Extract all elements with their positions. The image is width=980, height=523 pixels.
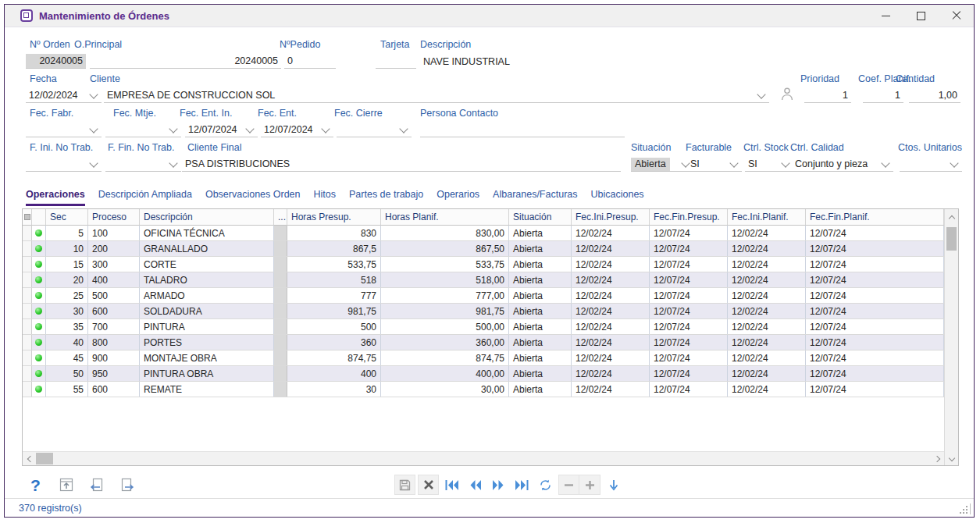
remove-row-button[interactable] [558,475,579,495]
o-principal-field[interactable]: 20240005 [90,54,281,69]
contact-person-icon[interactable] [779,86,795,101]
scroll-right-button[interactable] [931,452,944,465]
fec-fabr-field[interactable] [26,123,102,137]
fec-cierre-field[interactable] [337,123,412,137]
tab-partes-de-trabajo[interactable]: Partes de trabajo [349,189,423,206]
ctrl-stock-field[interactable]: SI [745,157,793,172]
export-document-icon [119,476,136,493]
horizontal-scroll-thumb[interactable] [36,453,53,464]
column-header-sec[interactable]: Sec [46,209,88,226]
fec-ent-field[interactable]: 12/07/2024 [261,123,333,137]
facturable-dropdown-icon[interactable] [729,158,738,167]
resize-grip-icon[interactable] [957,504,968,514]
tab-operaciones[interactable]: Operaciones [26,189,85,206]
go-to-last-button[interactable] [603,475,624,495]
descripcion-field[interactable]: NAVE INDUSTRIAL [420,54,779,69]
column-header-proceso[interactable]: Proceso [88,209,140,226]
close-button[interactable] [939,5,974,27]
fec-ent-dropdown-icon[interactable] [321,124,330,133]
table-row[interactable]: 45900MONTAJE OBRA874,75874,75Abierta12/0… [23,350,944,366]
vertical-scroll-thumb[interactable] [946,227,957,251]
table-row[interactable]: 10200GRANALLADO867,5867,50Abierta12/02/2… [23,241,944,257]
cell-horas-planif: 400,00 [381,366,509,381]
table-row[interactable]: 55600REMATE3030,00Abierta12/02/2412/07/2… [23,382,944,397]
ctrl-calidad-field[interactable]: Conjunto y pieza [792,157,893,172]
tab-observaciones-orden[interactable]: Observaciones Orden [205,189,301,206]
minimize-button[interactable] [868,5,903,27]
status-ok-icon [35,229,42,237]
ctos-unitarios-field[interactable] [900,157,962,172]
tab-ubicaciones[interactable]: Ubicaciones [591,189,644,206]
cliente-final-field[interactable]: PSA DISTRIBUCIONES [182,157,621,172]
import-document-button[interactable] [86,475,107,495]
facturable-field[interactable]: SI [687,157,742,172]
select-all-header[interactable] [23,209,32,226]
column-header-fec-ini-presup[interactable]: Fec.Ini.Presup. [572,209,650,226]
vertical-scrollbar[interactable] [944,209,958,465]
tab-descripci-n-ampliada[interactable]: Descripción Ampliada [98,189,192,206]
table-row[interactable]: 50950PINTURA OBRA400400,00Abierta12/02/2… [23,366,944,382]
tab-albaranes-facturas[interactable]: Albaranes/Facturas [493,189,577,206]
column-header-fec-fin-planif[interactable]: Fec.Fin.Planif. [806,209,944,226]
fecha-field[interactable]: 12/02/2024 [26,88,102,103]
num-pedido-field[interactable]: 0 [284,54,336,69]
export-document-button[interactable] [116,475,137,495]
table-row[interactable]: 30600SOLDADURA981,75981,75Abierta12/02/2… [23,304,944,319]
maximize-button[interactable] [903,5,939,27]
cantidad-field[interactable]: 1,00 [909,88,960,103]
table-row[interactable]: 40800PORTES360360,00Abierta12/02/2412/07… [23,335,944,350]
num-orden-field[interactable]: 20240005 [26,54,86,69]
first-record-button[interactable] [441,475,462,495]
add-row-button[interactable] [579,475,600,495]
persona-contacto-field[interactable] [420,123,625,137]
f-ini-no-trab-field[interactable] [26,157,102,172]
previous-record-button[interactable] [465,475,486,495]
tarjeta-field[interactable] [376,54,416,69]
fec-ent-in-dropdown-icon[interactable] [245,124,254,133]
refresh-button[interactable] [535,475,556,495]
cancel-button[interactable] [418,475,439,495]
column-header-horas-presup[interactable]: Horas Presup. [287,209,381,226]
row-detail-cell [274,272,287,287]
cliente-field[interactable]: EMPRESA DE CONSTRUCCION SOL [104,88,769,103]
table-row[interactable]: 35700PINTURA500500,00Abierta12/02/2412/0… [23,319,944,335]
last-record-button[interactable] [511,475,533,495]
tab-operarios[interactable]: Operarios [437,189,479,206]
ctrl-calidad-dropdown-icon[interactable] [881,158,889,167]
scroll-up-button[interactable] [945,209,958,226]
fec-ent-in-field[interactable]: 12/07/2024 [185,123,258,137]
fec-mtje-dropdown-icon[interactable] [169,124,177,133]
cliente-dropdown-icon[interactable] [757,90,765,98]
help-button[interactable]: ? [25,475,46,495]
next-record-button[interactable] [488,475,509,495]
f-ini-no-trab-dropdown-icon[interactable] [89,158,98,167]
coef-planif-field[interactable]: 1 [863,88,903,103]
cell-fec-ini-presup: 12/02/24 [572,241,650,256]
table-row[interactable]: 5100OFICINA TÉCNICA830830,00Abierta12/02… [23,226,944,241]
column-header-descripcion[interactable]: Descripción [140,209,274,226]
column-header-fec-ini-planif[interactable]: Fec.Ini.Planif. [728,209,806,226]
f-fin-no-trab-dropdown-icon[interactable] [169,158,177,167]
horizontal-scrollbar[interactable] [23,451,944,465]
table-row[interactable]: 15300CORTE533,75533,75Abierta12/02/2412/… [23,257,944,272]
fec-mtje-field[interactable] [105,123,181,137]
column-header-horas-planif[interactable]: Horas Planif. [381,209,509,226]
fec-fabr-dropdown-icon[interactable] [89,124,98,133]
fec-cierre-dropdown-icon[interactable] [399,124,408,133]
column-header-situacion[interactable]: Situación [509,209,572,226]
ctos-unitarios-dropdown-icon[interactable] [950,158,958,167]
table-row[interactable]: 25500ARMADO777777,00Abierta12/02/2412/07… [23,288,944,304]
situacion-field[interactable]: Abierta [631,157,693,172]
tab-hitos[interactable]: Hitos [314,189,336,206]
column-header-fec-fin-presup[interactable]: Fec.Fin.Presup. [650,209,728,226]
prioridad-field[interactable]: 1 [804,88,851,103]
f-fin-no-trab-field[interactable] [105,157,181,172]
save-button[interactable] [394,475,415,495]
scroll-down-button[interactable] [945,452,958,465]
fecha-dropdown-icon[interactable] [89,90,98,98]
ctrl-stock-dropdown-icon[interactable] [781,158,789,167]
column-header--dots[interactable]: ... [274,209,287,226]
export-window-button[interactable] [55,475,77,495]
table-row[interactable]: 20400TALADRO518518,00Abierta12/02/2412/0… [23,272,944,288]
scroll-left-button[interactable] [23,452,36,465]
